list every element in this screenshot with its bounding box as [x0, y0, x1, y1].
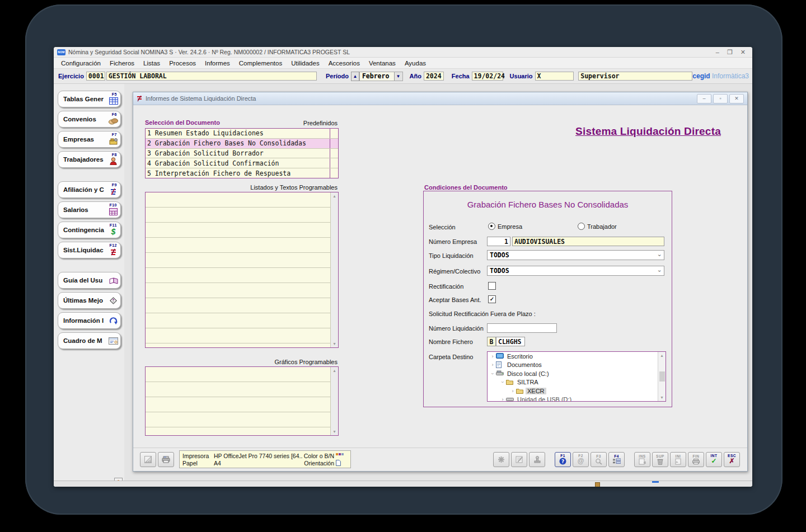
menu-utilidades[interactable]: Utilidades: [287, 59, 324, 68]
sidebar-item-guia[interactable]: Guía del Usu: [58, 272, 121, 289]
expander-icon[interactable]: ›: [490, 371, 495, 376]
scroll-down-icon[interactable]: ▾: [333, 341, 335, 346]
escape-button[interactable]: ESC ✗: [724, 452, 740, 467]
tree-item-siltra[interactable]: › SILTRA: [488, 378, 666, 387]
informes-titlebar[interactable]: Informes de Sistema Liquidación Directa …: [133, 92, 747, 105]
delete-button[interactable]: SUP: [652, 452, 668, 467]
empresa-nombre-field[interactable]: AUDIOVISUALES: [512, 237, 664, 246]
numero-liquidacion-field[interactable]: [487, 323, 557, 333]
radio-empresa[interactable]: Empresa: [488, 223, 522, 230]
ano-field[interactable]: 2024: [424, 72, 444, 81]
inner-close-button[interactable]: ✕: [729, 94, 744, 103]
document-row-3[interactable]: 3 Grabación Solicitud Borrador: [146, 149, 338, 159]
restore-button[interactable]: ❐: [727, 49, 733, 55]
scroll-thumb[interactable]: [659, 371, 665, 382]
listados-scrollbar[interactable]: ▴▾: [330, 192, 338, 347]
expander-icon[interactable]: ›: [490, 354, 495, 359]
accept-button[interactable]: INT ✓: [706, 452, 722, 467]
menu-configuracion[interactable]: Configuración: [57, 59, 105, 68]
search-f3-button[interactable]: F3: [591, 452, 607, 467]
menu-accesorios[interactable]: Accesorios: [325, 59, 364, 68]
sidebar-item-empresas[interactable]: Empresas F7: [58, 131, 121, 148]
help-f1-button[interactable]: F1 ?: [555, 452, 571, 467]
first-record-button[interactable]: INI: [670, 452, 686, 467]
predefined-cell[interactable]: [330, 168, 338, 178]
sidebar-item-afiliacion[interactable]: Afiliación y C F9: [58, 181, 121, 198]
expander-icon[interactable]: ›: [500, 379, 505, 385]
sidebar-item-contingencia[interactable]: Contingencia F11 $: [58, 222, 121, 238]
document-row-2-selected[interactable]: 2 Grabación Fichero Bases No Consolidada…: [146, 139, 338, 149]
rectificacion-checkbox[interactable]: [488, 282, 496, 290]
print-preview-button[interactable]: [140, 452, 156, 467]
close-button[interactable]: ✕: [741, 49, 746, 55]
regimen-select[interactable]: TODOS ›: [487, 266, 664, 276]
expander-icon[interactable]: ›: [500, 397, 505, 402]
usuario-field[interactable]: X: [535, 72, 574, 81]
options-button[interactable]: [493, 452, 509, 467]
tree-item-documentos[interactable]: › Documentos: [488, 361, 666, 370]
menu-listas[interactable]: Listas: [139, 59, 164, 68]
printer-info-panel[interactable]: Impresora HP OfficeJet Pro 7740 series […: [179, 450, 351, 468]
periodo-up-button[interactable]: ▲: [351, 72, 359, 81]
nombre-fichero-field[interactable]: CLHGHS: [496, 337, 525, 346]
ejercicio-name-field[interactable]: GESTIÓN LABORAL: [106, 72, 317, 81]
aceptar-bases-checkbox[interactable]: ✓: [488, 295, 496, 303]
stamp-button[interactable]: [529, 452, 545, 467]
inner-restore-button[interactable]: ▫: [713, 94, 728, 103]
predefined-cell[interactable]: [330, 149, 338, 158]
tree-scrollbar[interactable]: ▴▾: [658, 352, 666, 401]
edit-form-button[interactable]: [511, 452, 527, 467]
predefined-cell[interactable]: [330, 158, 338, 168]
numero-empresa-field[interactable]: 1: [487, 237, 510, 246]
sidebar-item-ultimas[interactable]: Últimas Mejo: [58, 292, 121, 309]
predefined-cell[interactable]: [330, 129, 338, 138]
scroll-up-icon[interactable]: ▴: [333, 194, 335, 199]
periodo-down-button[interactable]: ▼: [394, 72, 402, 81]
inner-minimize-button[interactable]: –: [697, 94, 711, 103]
informes-window-icon: [137, 96, 143, 102]
menu-ayudas[interactable]: Ayudas: [401, 59, 430, 68]
periodo-combo[interactable]: Febrero ▼: [359, 72, 403, 81]
insert-button[interactable]: INS: [634, 452, 650, 467]
tipo-liquidacion-select[interactable]: TODOS ›: [487, 250, 664, 260]
graficos-scrollbar[interactable]: ▴▾: [330, 367, 338, 435]
menu-complementos[interactable]: Complementos: [235, 59, 286, 68]
sidebar-item-convenios[interactable]: Convenios F6: [58, 111, 121, 128]
sidebar-item-cuadro[interactable]: Cuadro de M: [58, 332, 121, 349]
tree-item-escritorio[interactable]: › Escritorio: [488, 352, 666, 361]
printer-button[interactable]: [158, 452, 174, 467]
scroll-up-icon[interactable]: ▴: [333, 368, 335, 373]
predefined-cell[interactable]: [330, 139, 338, 148]
tree-item-disco-local[interactable]: › Disco local (C:): [488, 369, 666, 378]
menu-informes[interactable]: Informes: [201, 59, 234, 68]
menu-ventanas[interactable]: Ventanas: [365, 59, 400, 68]
sidebar-item-trabajadores[interactable]: Trabajadores F8: [58, 151, 121, 168]
radio-trabajador[interactable]: Trabajador: [578, 223, 617, 230]
sidebar-item-tablas[interactable]: Tablas Gener F5: [58, 91, 121, 107]
listados-list[interactable]: ▴▾: [145, 192, 339, 348]
radio-empresa-circle[interactable]: [488, 223, 495, 230]
document-row-1[interactable]: 1 Resumen Estado Liquidaciones: [146, 129, 338, 139]
expander-icon[interactable]: ›: [490, 362, 495, 368]
tree-item-usb[interactable]: › Unidad de USB (D:): [488, 396, 666, 402]
radio-trabajador-circle[interactable]: [578, 223, 585, 230]
list-f4-button[interactable]: F4: [608, 452, 625, 467]
expander-icon[interactable]: ›: [510, 388, 516, 394]
menu-procesos[interactable]: Procesos: [165, 59, 200, 68]
sidebar-item-informacion[interactable]: Información I: [58, 312, 121, 329]
sidebar-item-sist-liquidac[interactable]: Sist.Liquidac F12: [58, 242, 121, 258]
sidebar-item-salarios[interactable]: Salarios F10: [58, 201, 121, 218]
fecha-field[interactable]: 19/02/24: [472, 72, 503, 81]
minimize-button[interactable]: –: [716, 49, 719, 55]
document-row-5[interactable]: 5 Interpretación Fichero de Respuesta: [146, 168, 338, 178]
scroll-down-icon[interactable]: ▾: [333, 429, 335, 434]
menu-ficheros[interactable]: Ficheros: [106, 59, 138, 68]
ejercicio-code-field[interactable]: 0001: [86, 72, 105, 81]
document-row-4[interactable]: 4 Grabación Solicitud Confirmación: [146, 158, 338, 168]
graficos-list[interactable]: ▴▾: [145, 366, 339, 436]
tree-item-xecr[interactable]: › XECR: [488, 387, 666, 396]
last-record-button[interactable]: FIN: [688, 452, 704, 467]
scroll-down-icon[interactable]: ▾: [660, 395, 663, 400]
email-f2-button[interactable]: F2 @: [573, 452, 589, 467]
scroll-up-icon[interactable]: ▴: [660, 353, 663, 358]
